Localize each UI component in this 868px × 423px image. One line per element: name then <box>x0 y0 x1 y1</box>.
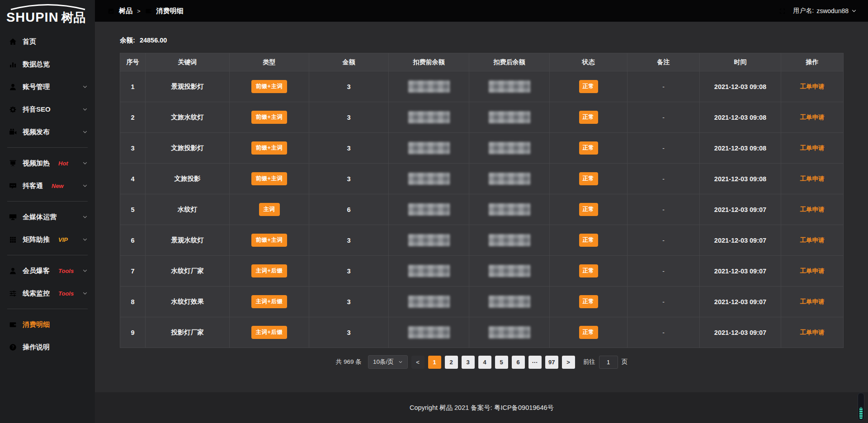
work-order-link[interactable]: 工单申请 <box>800 83 825 90</box>
redacted-balance <box>489 173 530 185</box>
redacted-balance <box>489 80 530 93</box>
sidebar-item-consumption-detail[interactable]: 消费明细 <box>0 313 95 336</box>
tools-tag: Tools <box>58 268 74 274</box>
page-ellipsis-button[interactable]: ··· <box>528 356 542 369</box>
cell-post-balance <box>469 256 550 287</box>
cell-pre-balance <box>389 256 469 287</box>
redacted-balance <box>408 80 450 93</box>
sidebar-item-lead-monitoring[interactable]: 线索监控 Tools <box>0 282 95 305</box>
user-dropdown[interactable]: 用户名: zswodun88 <box>793 7 857 15</box>
page-size-select[interactable]: 10条/页 <box>368 355 408 369</box>
balance: 余额: 24856.00 <box>120 22 844 53</box>
consumption-table: 序号 关键词 类型 金额 扣费前余额 扣费后余额 状态 备注 时间 操作 1 <box>120 53 844 348</box>
cell-status: 正常 <box>550 317 627 348</box>
page-button-97[interactable]: 97 <box>545 356 558 369</box>
sidebar-item-omnimedia-operation[interactable]: 全媒体运营 <box>0 206 95 228</box>
sidebar-item-video-publish[interactable]: 视频发布 <box>0 121 95 143</box>
cell-pre-balance <box>389 317 469 348</box>
page-button-3[interactable]: 3 <box>462 356 475 369</box>
table-row: 9 投影灯厂家 主词+后缀 3 正常 - 2021-12-03 09:07 工单… <box>120 317 844 348</box>
sidebar-item-data-overview[interactable]: 数据总览 <box>0 53 95 75</box>
chevron-down-icon <box>82 291 88 296</box>
next-page-button[interactable]: > <box>562 356 575 369</box>
balance-value: 24856.00 <box>140 37 167 44</box>
sidebar-item-instructions[interactable]: 操作说明 <box>0 336 95 358</box>
cell-amount: 3 <box>309 164 389 194</box>
cell-time: 2021-12-03 09:08 <box>700 164 781 194</box>
prev-page-button[interactable]: < <box>411 356 425 369</box>
cell-remark: - <box>627 256 700 287</box>
page-size-value: 10条/页 <box>373 358 394 366</box>
chevron-down-icon <box>82 107 88 112</box>
sidebar-item-label: 账号管理 <box>23 83 50 91</box>
cell-remark: - <box>627 133 700 164</box>
table-row: 1 景观投影灯 前缀+主词 3 正常 - 2021-12-03 09:08 工单… <box>120 71 844 102</box>
sidebar-item-member-burst[interactable]: 会员爆客 Tools <box>0 259 95 282</box>
work-order-link[interactable]: 工单申请 <box>800 268 825 274</box>
table-row: 4 文旅投影 前缀+主词 3 正常 - 2021-12-03 09:08 工单申… <box>120 164 844 194</box>
page-button-6[interactable]: 6 <box>512 356 525 369</box>
goto-label: 前往 <box>583 358 595 366</box>
sidebar-item-account-management[interactable]: 账号管理 <box>0 75 95 98</box>
status-badge: 正常 <box>579 141 598 155</box>
cell-type: 主词+后缀 <box>230 317 309 348</box>
sidebar-divider <box>7 201 88 202</box>
app-window: SHUPIN 树品 首页 数据总览 账号管理 抖音SEO <box>0 0 868 423</box>
sidebar-item-video-heat[interactable]: 视频加热 Hot <box>0 152 95 174</box>
wallet-icon <box>145 8 152 14</box>
cell-post-balance <box>469 225 550 256</box>
home-icon <box>9 38 17 46</box>
sidebar-item-label: 视频发布 <box>23 128 50 136</box>
sliders-icon <box>9 290 17 297</box>
cell-index: 3 <box>120 133 146 164</box>
sidebar-item-douyin-seo[interactable]: 抖音SEO <box>0 98 95 121</box>
topbar-right: 用户名: zswodun88 <box>779 7 857 15</box>
type-badge: 前缀+主词 <box>251 141 288 155</box>
scrollbar-thumb[interactable] <box>859 407 863 419</box>
cell-type: 前缀+主词 <box>230 133 309 164</box>
cell-keyword: 文旅投影灯 <box>146 133 230 164</box>
cell-amount: 3 <box>309 71 389 102</box>
chevron-down-icon <box>82 237 88 242</box>
goto-page-input[interactable] <box>599 356 618 369</box>
pagination-total: 共 969 条 <box>336 358 362 366</box>
cell-status: 正常 <box>550 225 627 256</box>
fullscreen-icon[interactable] <box>779 8 786 14</box>
table-row: 2 文旅水纹灯 前缀+主词 3 正常 - 2021-12-03 09:08 工单… <box>120 102 844 133</box>
type-badge: 主词 <box>259 203 280 216</box>
copyright-text: Copyright 树品 2021 备案号: 粤ICP备09019646号 <box>410 404 554 412</box>
username-value: zswodun88 <box>816 7 849 14</box>
breadcrumb-current: 消费明细 <box>156 7 184 15</box>
cell-type: 前缀+主词 <box>230 225 309 256</box>
page-button-2[interactable]: 2 <box>445 356 458 369</box>
cell-action: 工单申请 <box>781 194 844 225</box>
sidebar-item-label: 操作说明 <box>23 343 50 352</box>
work-order-link[interactable]: 工单申请 <box>800 145 825 151</box>
cell-keyword: 景观水纹灯 <box>146 225 230 256</box>
cell-keyword: 水纹灯 <box>146 194 230 225</box>
sidebar-item-matrix-boost[interactable]: 矩阵助推 VIP <box>0 228 95 251</box>
redacted-balance <box>489 326 530 338</box>
work-order-link[interactable]: 工单申请 <box>800 329 825 336</box>
col-remark: 备注 <box>627 53 700 71</box>
redacted-balance <box>489 142 530 154</box>
table-row: 3 文旅投影灯 前缀+主词 3 正常 - 2021-12-03 09:08 工单… <box>120 133 844 164</box>
sidebar-item-home[interactable]: 首页 <box>0 30 95 53</box>
cell-pre-balance <box>389 133 469 164</box>
page-button-4[interactable]: 4 <box>478 356 491 369</box>
work-order-link[interactable]: 工单申请 <box>800 206 825 213</box>
breadcrumb-root[interactable]: 树品 <box>119 7 132 15</box>
page-button-1[interactable]: 1 <box>428 356 441 369</box>
grid-icon <box>9 236 17 244</box>
chevron-down-icon <box>82 160 88 166</box>
cell-remark: - <box>627 164 700 194</box>
scrollbar-widget[interactable] <box>858 393 864 421</box>
user-icon <box>9 267 17 275</box>
work-order-link[interactable]: 工单申请 <box>800 237 825 244</box>
cell-type: 主词 <box>230 194 309 225</box>
sidebar-item-douketong[interactable]: 抖客通 New <box>0 174 95 197</box>
work-order-link[interactable]: 工单申请 <box>800 114 825 121</box>
work-order-link[interactable]: 工单申请 <box>800 175 825 182</box>
page-button-5[interactable]: 5 <box>495 356 508 369</box>
work-order-link[interactable]: 工单申请 <box>800 298 825 305</box>
